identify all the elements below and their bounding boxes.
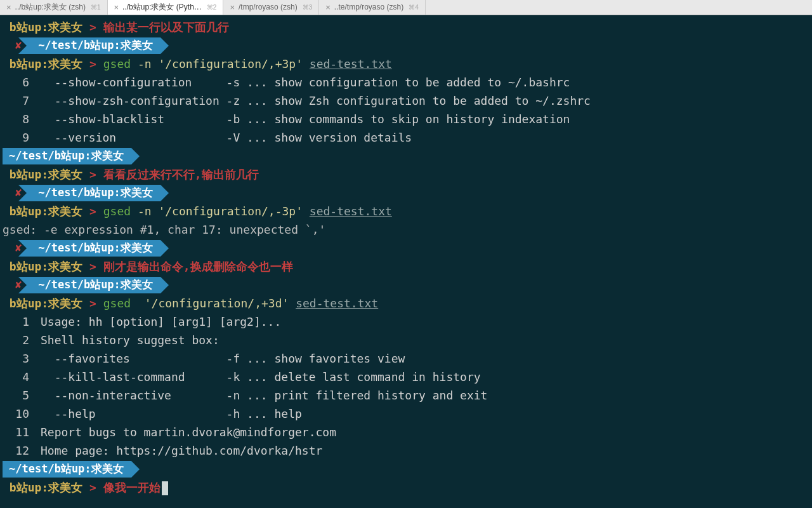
output-text: --show-zsh-configuration -z ... show Zsh… <box>41 94 591 107</box>
powerline-segment: ~/test/b站up:求美女 <box>3 147 809 165</box>
output-text: --show-configuration -s ... show configu… <box>41 76 570 89</box>
path-badge: ~/test/b站up:求美女 <box>27 37 160 54</box>
line-number: 10 <box>3 404 41 423</box>
output-line: 6 --show-configuration -s ... show confi… <box>3 73 809 91</box>
prompt-line[interactable]: b站up:求美女 > gsed -n '/configuration/,+3p'… <box>3 55 809 73</box>
powerline-segment: ~/test/b站up:求美女 <box>3 460 809 478</box>
path-badge: ~/test/b站up:求美女 <box>3 148 131 164</box>
command-file: sed-test.txt <box>310 204 392 218</box>
prompt-line[interactable]: b站up:求美女 > 像我一开始 <box>3 478 809 497</box>
output-text: --favorites -f ... show favorites view <box>41 352 405 365</box>
prompt-host: b站up:求美女 <box>3 57 82 70</box>
line-number: 11 <box>3 423 41 441</box>
prompt-line[interactable]: b站up:求美女 > gsed '/configuration/,+3d' se… <box>3 294 809 312</box>
line-number: 2 <box>3 331 41 349</box>
prompt-separator: > <box>82 204 103 218</box>
close-icon[interactable]: × <box>325 0 331 17</box>
line-number: 8 <box>3 110 41 128</box>
output-text: --show-blacklist -b ... show commands to… <box>41 112 570 126</box>
output-line: 4 --kill-last-command -k ... delete last… <box>3 368 809 386</box>
output-text: Home page: https://github.com/dvorka/hst… <box>41 444 322 457</box>
tab[interactable]: ×../b站up:求美女 (Pyth…⌘2 <box>108 0 224 15</box>
output-line: 3 --favorites -f ... show favorites view <box>3 349 809 368</box>
command-name: gsed <box>103 297 131 310</box>
output-line: 1Usage: hh [option] [arg1] [arg2]... <box>3 312 809 331</box>
tab-bar: ×../b站up:求美女 (zsh)⌘1×../b站up:求美女 (Pyth…⌘… <box>0 0 812 15</box>
tab-shortcut: ⌘2 <box>207 0 217 17</box>
tab-label: /tmp/royaso (zsh) <box>239 0 298 17</box>
prompt-line[interactable]: b站up:求美女 > 输出某一行以及下面几行 <box>3 18 809 36</box>
prompt-host: b站up:求美女 <box>3 481 82 494</box>
prompt-separator: > <box>82 260 103 273</box>
prompt-separator: > <box>82 297 103 310</box>
prompt-separator: > <box>82 481 103 494</box>
command-file: sed-test.txt <box>310 57 392 70</box>
output-line: 10 --help -h ... help <box>3 404 809 423</box>
tab-shortcut: ⌘1 <box>91 0 101 17</box>
tab[interactable]: ×../b站up:求美女 (zsh)⌘1 <box>0 0 108 15</box>
output-line: 7 --show-zsh-configuration -z ... show Z… <box>3 91 809 110</box>
line-number: 9 <box>3 128 41 147</box>
output-text: --help -h ... help <box>41 407 302 420</box>
line-number: 4 <box>3 368 41 386</box>
prompt-host: b站up:求美女 <box>3 168 82 181</box>
prompt-host: b站up:求美女 <box>3 20 82 34</box>
powerline-segment: ✘~/test/b站up:求美女 <box>3 36 809 55</box>
powerline-segment: ✘~/test/b站up:求美女 <box>3 184 809 202</box>
tab[interactable]: ×/tmp/royaso (zsh)⌘3 <box>223 0 319 15</box>
path-badge: ~/test/b站up:求美女 <box>27 277 160 293</box>
command-args: '/configuration/,+3d' <box>131 297 296 310</box>
output-line: 12Home page: https://github.com/dvorka/h… <box>3 441 809 460</box>
output-line: 8 --show-blacklist -b ... show commands … <box>3 110 809 128</box>
output-text: --non-interactive -n ... print filtered … <box>41 389 487 402</box>
output-text: --version -V ... show version details <box>41 131 412 144</box>
line-number: 5 <box>3 386 41 404</box>
error-line: gsed: -e expression #1, char 17: unexpec… <box>3 220 809 239</box>
close-icon[interactable]: × <box>6 0 11 17</box>
terminal-area[interactable]: b站up:求美女 > 输出某一行以及下面几行✘~/test/b站up:求美女 b… <box>0 15 812 497</box>
output-text: Usage: hh [option] [arg1] [arg2]... <box>41 315 281 328</box>
tab-shortcut: ⌘3 <box>303 0 313 17</box>
cursor <box>162 481 168 495</box>
close-icon[interactable]: × <box>114 0 119 17</box>
path-badge: ~/test/b站up:求美女 <box>27 185 160 201</box>
output-text: Report bugs to martin.dvorak@mindforger.… <box>41 425 336 439</box>
command-name: gsed <box>103 57 131 70</box>
prompt-separator: > <box>82 168 103 181</box>
output-text: --kill-last-command -k ... delete last c… <box>41 370 481 384</box>
command-args: -n '/configuration/,+3p' <box>131 57 310 70</box>
command-comment: 看看反过来行不行,输出前几行 <box>103 168 259 181</box>
path-badge: ~/test/b站up:求美女 <box>27 240 160 257</box>
powerline-segment: ✘~/test/b站up:求美女 <box>3 239 809 257</box>
prompt-host: b站up:求美女 <box>3 204 82 218</box>
line-number: 12 <box>3 441 41 460</box>
output-line: 11Report bugs to martin.dvorak@mindforge… <box>3 423 809 441</box>
command-comment: 像我一开始 <box>103 481 160 494</box>
line-number: 7 <box>3 91 41 110</box>
path-badge: ~/test/b站up:求美女 <box>3 461 131 478</box>
prompt-host: b站up:求美女 <box>3 260 82 273</box>
command-name: gsed <box>103 204 131 218</box>
prompt-host: b站up:求美女 <box>3 297 82 310</box>
command-comment: 输出某一行以及下面几行 <box>103 20 229 34</box>
command-args: -n '/configuration/,-3p' <box>131 204 310 218</box>
line-number: 1 <box>3 312 41 331</box>
tab-label: ../b站up:求美女 (Pyth… <box>122 0 202 17</box>
prompt-separator: > <box>82 20 103 34</box>
command-file: sed-test.txt <box>296 297 378 310</box>
line-number: 6 <box>3 73 41 91</box>
output-line: 2Shell history suggest box: <box>3 331 809 349</box>
prompt-separator: > <box>82 57 103 70</box>
tab-shortcut: ⌘4 <box>409 0 419 17</box>
tab[interactable]: ×..te/tmp/royaso (zsh)⌘4 <box>319 0 426 15</box>
output-line: 5 --non-interactive -n ... print filtere… <box>3 386 809 404</box>
tab-label: ..te/tmp/royaso (zsh) <box>334 0 403 17</box>
output-text: Shell history suggest box: <box>41 333 219 347</box>
close-icon[interactable]: × <box>230 0 235 17</box>
powerline-segment: ✘~/test/b站up:求美女 <box>3 276 809 294</box>
prompt-line[interactable]: b站up:求美女 > 看看反过来行不行,输出前几行 <box>3 165 809 184</box>
prompt-line[interactable]: b站up:求美女 > 刚才是输出命令,换成删除命令也一样 <box>3 257 809 276</box>
output-line: 9 --version -V ... show version details <box>3 128 809 147</box>
prompt-line[interactable]: b站up:求美女 > gsed -n '/configuration/,-3p'… <box>3 202 809 220</box>
tab-label: ../b站up:求美女 (zsh) <box>15 0 86 17</box>
